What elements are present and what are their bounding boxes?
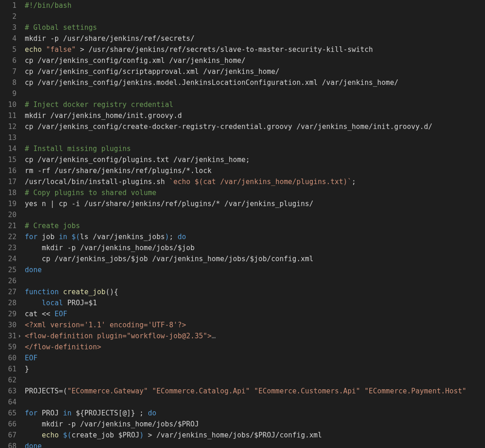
code-line[interactable]: done	[25, 264, 485, 275]
line-number: 24	[0, 253, 17, 264]
code-line[interactable]: cp /var/jenkins_config/scriptapproval.xm…	[25, 66, 485, 77]
code-token: $(	[72, 233, 80, 241]
code-token: EOF	[25, 354, 38, 362]
code-token: mkdir /var/jenkins_home/init.groovy.d	[25, 112, 182, 120]
code-token: /usr/local/bin/install-plugins.sh	[25, 178, 169, 186]
code-line[interactable]	[25, 375, 485, 386]
code-line[interactable]: cp /var/jenkins_jobs/$job /var/jenkins_h…	[25, 253, 485, 264]
line-number: 64	[0, 397, 17, 408]
code-token: cp /var/jenkins_config/config.xml /var/j…	[25, 56, 246, 65]
code-token: mkdir -p /usr/share/jenkins/ref/secrets/	[25, 34, 195, 43]
code-token: local	[42, 299, 63, 307]
code-token: do	[178, 233, 186, 241]
code-line[interactable]	[25, 397, 485, 408]
code-line[interactable]: mkdir -p /usr/share/jenkins/ref/secrets/	[25, 33, 485, 44]
line-number: 61	[0, 364, 17, 375]
code-token: <?xml version='1.1' encoding='UTF-8'?>	[25, 321, 186, 329]
code-token	[59, 288, 63, 296]
code-token	[250, 387, 254, 395]
fold-arrow-icon[interactable]: ›	[18, 330, 21, 342]
code-line[interactable]: </flow-definition>	[25, 342, 485, 353]
code-line[interactable]: # Copy plugins to shared volume	[25, 187, 485, 198]
line-number: 4	[0, 33, 17, 44]
code-token: `echo $(cat /var/jenkins_home/plugins.tx…	[169, 178, 351, 186]
code-token: in	[63, 409, 72, 417]
line-number: 18	[0, 187, 17, 198]
code-token	[25, 299, 42, 307]
code-line[interactable]: function create_job(){	[25, 286, 485, 297]
code-line[interactable]: }	[25, 364, 485, 375]
code-token	[67, 233, 71, 241]
line-number: 15	[0, 154, 17, 165]
line-number: 27	[0, 286, 17, 297]
code-line[interactable]: cp /var/jenkins_config/config.xml /var/j…	[25, 55, 485, 66]
line-number: 6	[0, 55, 17, 66]
code-line[interactable]: mkdir /var/jenkins_home/init.groovy.d	[25, 110, 485, 121]
line-number: 59	[0, 342, 17, 353]
code-token: for	[25, 409, 38, 417]
code-line[interactable]: cp /var/jenkins_config/plugins.txt /var/…	[25, 154, 485, 165]
code-token: cp /var/jenkins_config/scriptapproval.xm…	[25, 67, 280, 76]
code-token: PROJECTS=(	[25, 387, 67, 395]
line-number: 25	[0, 264, 17, 275]
code-token: (){	[106, 288, 118, 296]
code-token: rm -rf /usr/share/jenkins/ref/plugins/*.…	[25, 167, 212, 175]
code-line[interactable]: # Global settings	[25, 22, 485, 33]
line-number: 3	[0, 22, 17, 33]
code-line[interactable]	[25, 88, 485, 99]
line-number: 67	[0, 430, 17, 441]
line-number: 14	[0, 143, 17, 154]
code-line[interactable]	[25, 209, 485, 220]
line-number: 62	[0, 375, 17, 386]
code-line[interactable]	[25, 11, 485, 22]
code-line[interactable]: PROJECTS=("ECommerce.Gateway" "ECommerce…	[25, 386, 485, 397]
code-token: "ECommerce.Customers.Api"	[254, 387, 360, 395]
code-line[interactable]	[25, 132, 485, 143]
code-line[interactable]: rm -rf /usr/share/jenkins/ref/plugins/*.…	[25, 165, 485, 176]
code-line[interactable]: echo "false" > /usr/share/jenkins/ref/se…	[25, 44, 485, 55]
code-line[interactable]: #!/bin/bash	[25, 0, 485, 11]
code-line[interactable]: cp /var/jenkins_config/create-docker-reg…	[25, 121, 485, 132]
line-number: 30	[0, 319, 17, 330]
code-token: # Copy plugins to shared volume	[25, 189, 157, 197]
code-line[interactable]: # Create jobs	[25, 220, 485, 231]
code-token	[360, 387, 364, 395]
code-line[interactable]: cat << EOF	[25, 308, 485, 319]
code-token: ${PROJECTS[@]} ;	[72, 409, 148, 417]
code-token: )	[165, 233, 169, 241]
code-line[interactable]: # Inject docker registry credential	[25, 99, 485, 110]
code-token: cp /var/jenkins_config/jenkins.model.Jen…	[25, 78, 398, 87]
code-token: ;	[169, 233, 178, 241]
code-line[interactable]: # Install missing plugins	[25, 143, 485, 154]
line-number: 16	[0, 165, 17, 176]
code-line[interactable]: <flow-definition plugin="workflow-job@2.…	[25, 330, 485, 342]
code-line[interactable]: echo $(create_job $PROJ) > /var/jenkins_…	[25, 430, 485, 441]
code-token: > /usr/share/jenkins/ref/secrets/slave-t…	[76, 45, 373, 54]
code-token: cp /var/jenkins_config/plugins.txt /var/…	[25, 156, 250, 164]
code-line[interactable]: yes n | cp -i /usr/share/jenkins/ref/plu…	[25, 198, 485, 209]
line-number: 7	[0, 66, 17, 77]
line-number: 31	[0, 330, 17, 342]
code-line[interactable]	[25, 275, 485, 286]
line-number-gutter: 1234567891011121314151617181920212223242…	[0, 0, 20, 448]
code-line[interactable]: cp /var/jenkins_config/jenkins.model.Jen…	[25, 77, 485, 88]
code-token: # Install missing plugins	[25, 145, 131, 153]
code-line[interactable]: /usr/local/bin/install-plugins.sh `echo …	[25, 176, 485, 187]
code-line[interactable]: mkdir -p /var/jenkins_home/jobs/$job	[25, 242, 485, 253]
line-number: 8	[0, 77, 17, 88]
code-line[interactable]: EOF	[25, 353, 485, 364]
code-line[interactable]: for job in $(ls /var/jenkins_jobs); do	[25, 231, 485, 242]
code-line[interactable]: mkdir -p /var/jenkins_home/jobs/$PROJ	[25, 419, 485, 430]
code-line[interactable]: for PROJ in ${PROJECTS[@]} ; do	[25, 408, 485, 419]
code-token: "ECommerce.Catalog.Api"	[152, 387, 250, 395]
code-token	[148, 387, 152, 395]
code-token: echo	[42, 431, 59, 439]
code-token: yes n | cp -i /usr/share/jenkins/ref/plu…	[25, 200, 314, 208]
code-editor[interactable]: 1234567891011121314151617181920212223242…	[0, 0, 485, 448]
code-line[interactable]: local PROJ=$1	[25, 297, 485, 308]
code-line[interactable]: <?xml version='1.1' encoding='UTF-8'?>	[25, 319, 485, 330]
code-token: …	[212, 332, 216, 340]
code-line[interactable]: done	[25, 441, 485, 448]
code-area[interactable]: #!/bin/bash# Global settingsmkdir -p /us…	[20, 0, 485, 448]
line-number: 28	[0, 297, 17, 308]
